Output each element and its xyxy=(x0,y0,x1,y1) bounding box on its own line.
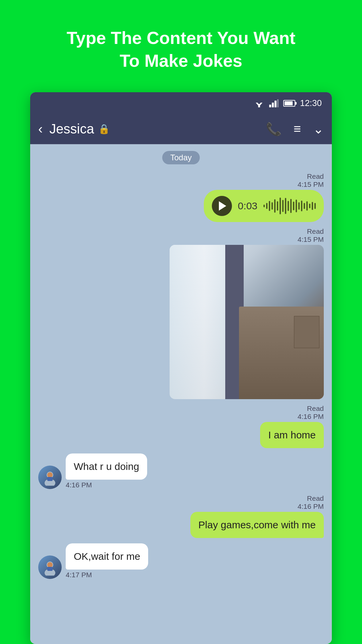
message-bubble: I am home xyxy=(260,422,324,448)
image-message-content: Read4:15 PM xyxy=(170,227,324,399)
message-meta: Read4:16 PM xyxy=(298,405,324,421)
avatar-image xyxy=(38,466,62,489)
play-button[interactable] xyxy=(212,196,232,216)
svg-rect-11 xyxy=(47,477,53,481)
message-meta: Read4:15 PM xyxy=(298,172,324,189)
svg-point-14 xyxy=(47,562,53,568)
back-button[interactable]: ‹ xyxy=(38,121,43,137)
chat-area: Today Read4:15 PM 0:03 xyxy=(30,144,332,644)
wave-bar xyxy=(306,201,308,211)
wave-bar xyxy=(282,200,284,212)
message-row: Read4:15 PM xyxy=(38,227,324,399)
wave-bar xyxy=(277,201,278,211)
wave-bar xyxy=(288,201,289,211)
status-time: 12:30 xyxy=(300,98,322,108)
text-message-content: Read4:16 PM Play games,come with me xyxy=(190,494,324,538)
wave-bar xyxy=(266,203,267,209)
message-bubble: Play games,come with me xyxy=(190,512,324,538)
chat-header: ‹ Jessica 🔒 📞 ≡ ⌄ xyxy=(30,114,332,144)
shelf xyxy=(294,316,319,348)
wifi-icon xyxy=(254,99,264,107)
text-message-content: OK,wait for me 4:17 PM xyxy=(66,543,148,579)
lock-icon: 🔒 xyxy=(98,123,110,135)
status-icons: 12:30 xyxy=(254,98,322,108)
message-text: Play games,come with me xyxy=(198,519,316,530)
message-row: Read4:16 PM I am home xyxy=(38,405,324,448)
avatar xyxy=(38,466,62,489)
furniture xyxy=(239,307,324,399)
message-row: Read4:15 PM 0:03 xyxy=(38,172,324,222)
avatar xyxy=(38,555,62,579)
voice-duration: 0:03 xyxy=(238,200,257,212)
voice-bubble[interactable]: 0:03 xyxy=(204,190,324,222)
message-row: Read4:16 PM Play games,come with me xyxy=(38,494,324,538)
wave-bar xyxy=(296,200,297,212)
message-meta: Read4:16 PM xyxy=(298,494,324,511)
message-meta: 4:17 PM xyxy=(66,571,148,579)
svg-rect-7 xyxy=(277,99,279,107)
chevron-down-icon[interactable]: ⌄ xyxy=(313,122,324,137)
wave-bar xyxy=(293,202,294,210)
message-bubble: OK,wait for me xyxy=(66,543,148,570)
play-icon xyxy=(219,201,226,211)
date-badge: Today xyxy=(162,151,200,164)
phone-frame: 12:30 ‹ Jessica 🔒 📞 ≡ ⌄ Today Read4:15 P… xyxy=(30,92,332,644)
wave-bar xyxy=(269,201,270,211)
contact-name: Jessica 🔒 xyxy=(49,121,259,137)
status-bar: 12:30 xyxy=(30,92,332,114)
waveform xyxy=(263,198,316,214)
message-text: What r u doing xyxy=(74,461,139,472)
avatar-person-icon xyxy=(42,469,58,486)
wave-bar xyxy=(263,205,265,207)
wave-bar xyxy=(280,198,281,214)
wave-bar xyxy=(285,198,286,214)
wave-bar xyxy=(298,202,300,210)
wave-bar xyxy=(312,202,313,210)
avatar-person-icon xyxy=(42,559,58,576)
header-icons: 📞 ≡ ⌄ xyxy=(266,122,324,137)
message-row: OK,wait for me 4:17 PM xyxy=(38,543,324,579)
avatar-image xyxy=(38,555,62,579)
message-row: What r u doing 4:16 PM xyxy=(38,453,324,489)
message-text: I am home xyxy=(268,429,316,440)
battery-icon xyxy=(283,100,295,107)
image-bubble[interactable] xyxy=(170,245,324,399)
wave-bar xyxy=(274,199,276,213)
page-title: Type The Content You Want To Make Jokes xyxy=(47,0,316,92)
message-meta: Read4:15 PM xyxy=(298,227,324,244)
voice-message-content: Read4:15 PM 0:03 xyxy=(204,172,324,222)
phone-icon[interactable]: 📞 xyxy=(266,122,282,137)
wave-bar xyxy=(272,202,273,210)
wave-bar xyxy=(309,204,310,208)
menu-icon[interactable]: ≡ xyxy=(294,122,301,136)
svg-rect-15 xyxy=(47,567,53,571)
text-message-content: What r u doing 4:16 PM xyxy=(66,453,147,489)
svg-point-3 xyxy=(258,106,260,107)
text-message-content: Read4:16 PM I am home xyxy=(260,405,324,448)
wave-bar xyxy=(301,201,302,211)
message-bubble: What r u doing xyxy=(66,453,147,480)
message-text: OK,wait for me xyxy=(74,551,140,562)
signal-icon xyxy=(269,99,279,107)
wave-bar xyxy=(314,203,316,209)
svg-rect-4 xyxy=(269,105,271,107)
wave-bar xyxy=(290,199,292,213)
svg-rect-6 xyxy=(275,101,277,107)
svg-point-10 xyxy=(47,472,53,478)
message-meta: 4:16 PM xyxy=(66,481,147,489)
svg-rect-5 xyxy=(272,103,274,107)
wave-bar xyxy=(304,203,305,209)
room-image xyxy=(170,245,324,399)
